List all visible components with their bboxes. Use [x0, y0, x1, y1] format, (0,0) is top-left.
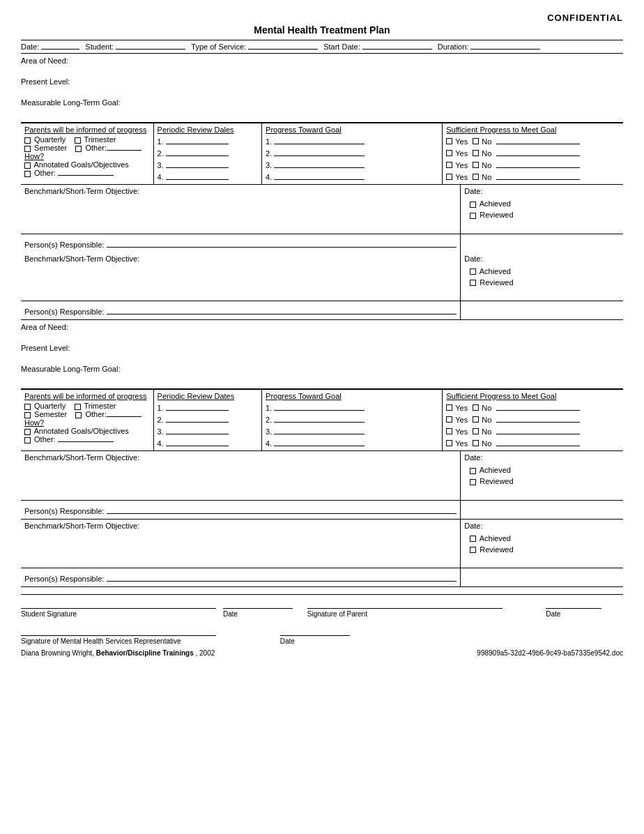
review2-2-line[interactable]: [166, 413, 229, 423]
prog-4-num: 4.: [266, 173, 272, 181]
other2b-checkbox[interactable]: [24, 437, 31, 443]
duration-field[interactable]: [470, 49, 540, 50]
benchmark3-person-line[interactable]: [107, 504, 457, 514]
suf2-3-line[interactable]: [496, 425, 580, 434]
yes1-label: Yes: [455, 137, 468, 146]
parent-sig-label: Signature of Parent: [307, 610, 539, 618]
benchmark4-person-line[interactable]: [107, 572, 457, 582]
other1b-label: Other:: [85, 410, 107, 418]
quarterly-checkbox[interactable]: [24, 137, 31, 144]
parent-sig-line[interactable]: [307, 599, 503, 609]
achieved4-checkbox[interactable]: [470, 536, 476, 542]
date2-line[interactable]: [546, 599, 601, 609]
other2-field[interactable]: [58, 175, 114, 176]
yes1-checkbox[interactable]: [446, 138, 452, 144]
quarterly2-checkbox[interactable]: [24, 404, 31, 410]
reviewed2-checkbox[interactable]: [470, 280, 476, 286]
trimester-checkbox[interactable]: [75, 137, 81, 144]
yes2-4-checkbox[interactable]: [446, 440, 452, 446]
no2-checkbox[interactable]: [473, 150, 479, 156]
achieved1-checkbox[interactable]: [470, 202, 476, 208]
review-4-line[interactable]: [166, 170, 229, 180]
review-dates-header-2: Periodic Review Dates: [158, 392, 235, 400]
annotated2-checkbox[interactable]: [24, 429, 31, 435]
benchmark2-person-line[interactable]: [107, 305, 457, 314]
review2-3-line[interactable]: [166, 425, 229, 434]
student-sig-line[interactable]: [21, 599, 216, 609]
author-name: Diana Browning Wright,: [21, 649, 94, 657]
review2-1-line[interactable]: [166, 401, 229, 411]
no3-checkbox[interactable]: [473, 162, 479, 168]
prog2-3-line[interactable]: [274, 425, 365, 434]
reviewed1-checkbox[interactable]: [470, 213, 476, 219]
benchmark1-main: Benchmark/Short-Term Objective:: [21, 185, 461, 234]
no2-4-checkbox[interactable]: [473, 440, 479, 446]
achieved2-checkbox[interactable]: [470, 268, 476, 275]
no1-checkbox[interactable]: [473, 138, 479, 144]
prog-2-line[interactable]: [274, 146, 365, 156]
other1-field[interactable]: [107, 150, 141, 151]
prog2-2-line[interactable]: [274, 413, 365, 423]
benchmark4-main: Benchmark/Short-Term Objective:: [21, 520, 461, 568]
trimester2-checkbox[interactable]: [75, 404, 81, 410]
annotated-checkbox[interactable]: [24, 162, 31, 169]
other2b-field[interactable]: [58, 441, 114, 442]
suf-1-line[interactable]: [496, 135, 580, 144]
author-year: , 2002: [195, 649, 215, 657]
other2-checkbox[interactable]: [24, 171, 31, 177]
reviewed3-checkbox[interactable]: [470, 479, 476, 485]
yes3-checkbox[interactable]: [446, 162, 452, 168]
prog-3-line[interactable]: [274, 158, 365, 168]
other1b-field[interactable]: [107, 416, 141, 417]
start-field[interactable]: [362, 49, 432, 50]
suf-4-line[interactable]: [496, 170, 580, 180]
suf-3-line[interactable]: [496, 158, 580, 168]
quarterly2-label: Quarterly: [34, 402, 66, 410]
date1-line[interactable]: [223, 599, 293, 609]
suf2-1-line[interactable]: [496, 401, 580, 411]
review2-4-line[interactable]: [166, 437, 229, 446]
no2-2-checkbox[interactable]: [473, 416, 479, 423]
date-field[interactable]: [41, 49, 79, 50]
no2-1-checkbox[interactable]: [473, 404, 479, 411]
achieved3-checkbox[interactable]: [470, 468, 476, 474]
no4-checkbox[interactable]: [473, 174, 479, 180]
suf2-4-line[interactable]: [496, 437, 580, 446]
yes4-checkbox[interactable]: [446, 174, 452, 180]
no2-3-checkbox[interactable]: [473, 428, 479, 434]
present-level-label: Present Level:: [21, 77, 623, 86]
student-sig-block: Student Signature: [21, 599, 216, 618]
prog2-4-line[interactable]: [274, 437, 365, 446]
review2-1-num: 1.: [158, 404, 164, 412]
prog-4-line[interactable]: [274, 170, 365, 180]
date3-line[interactable]: [280, 626, 350, 636]
type-field[interactable]: [248, 49, 318, 50]
prog-1-line[interactable]: [274, 135, 365, 144]
review-2-line[interactable]: [166, 146, 229, 156]
progress-header-2: Progress Toward Goal: [266, 392, 342, 400]
prog2-1-line[interactable]: [274, 401, 365, 411]
yes2-checkbox[interactable]: [446, 150, 452, 156]
yes3-label: Yes: [455, 161, 468, 169]
other1b-checkbox[interactable]: [75, 412, 82, 418]
yes2-2-checkbox[interactable]: [446, 416, 452, 423]
suf2-2-line[interactable]: [496, 413, 580, 423]
mh-rep-line[interactable]: [21, 626, 216, 636]
semester2-checkbox[interactable]: [24, 412, 31, 418]
student-field[interactable]: [116, 49, 185, 50]
mh-rep-block: Signature of Mental Health Services Repr…: [21, 626, 273, 645]
review-3-line[interactable]: [166, 158, 229, 168]
reviewed4-checkbox[interactable]: [470, 547, 476, 553]
sufficient-header-2: Sufficient Progress to Meet Goal: [446, 392, 556, 400]
yes2-3-checkbox[interactable]: [446, 428, 452, 434]
review-1-line[interactable]: [166, 135, 229, 144]
suf-2-line[interactable]: [496, 146, 580, 156]
other1-checkbox[interactable]: [75, 146, 82, 152]
yes2-1-checkbox[interactable]: [446, 404, 452, 411]
semester-checkbox[interactable]: [24, 146, 31, 152]
benchmark1-person-line[interactable]: [107, 238, 457, 248]
review-1-num: 1.: [158, 137, 164, 146]
benchmark3-label: Benchmark/Short-Term Objective:: [24, 453, 139, 462]
sufficient-progress-cell-2: Sufficient Progress to Meet Goal Yes No …: [443, 390, 623, 451]
footer: Diana Browning Wright, Behavior/Discipli…: [21, 649, 623, 657]
